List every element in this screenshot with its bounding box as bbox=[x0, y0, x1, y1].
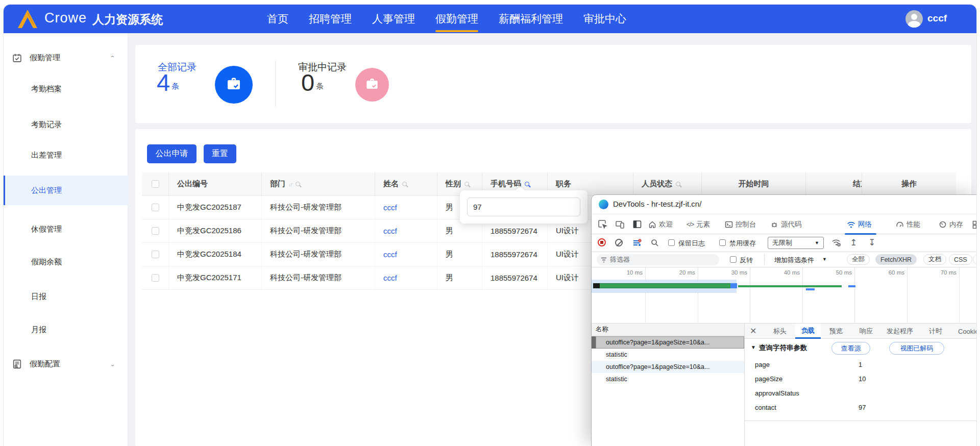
sidebar-item-daily-report[interactable]: 日报 bbox=[4, 286, 128, 307]
devtools-tab-welcome[interactable]: 欢迎 bbox=[648, 214, 673, 235]
divider bbox=[745, 420, 977, 421]
nav-item-recruit[interactable]: 招聘管理 bbox=[309, 5, 352, 33]
chevron-down-icon[interactable]: ⌃ bbox=[110, 361, 115, 367]
employee-link[interactable]: cccf bbox=[383, 274, 397, 282]
detail-tab-response[interactable]: 响应 bbox=[860, 324, 873, 339]
row-checkbox[interactable] bbox=[152, 204, 159, 211]
devtools-tab-console[interactable]: 控制台 bbox=[725, 214, 756, 235]
sidebar-item-leave-balance[interactable]: 假期余额 bbox=[4, 252, 128, 272]
add-filter-dropdown[interactable]: 增加筛选条件 bbox=[774, 256, 814, 265]
filter-input[interactable]: 筛选器 bbox=[597, 254, 719, 265]
phone-filter-popup bbox=[460, 190, 587, 224]
search-icon-active[interactable] bbox=[525, 182, 529, 186]
employee-link[interactable]: cccf bbox=[383, 250, 397, 259]
inspect-element-icon[interactable] bbox=[598, 219, 607, 229]
search-icon[interactable] bbox=[464, 182, 469, 186]
request-list-header[interactable]: 名称 bbox=[592, 324, 744, 336]
sidebar-item-leave[interactable]: 休假管理 bbox=[4, 219, 128, 239]
timeline-bar-blue-tip bbox=[730, 283, 737, 288]
clear-network-log-icon[interactable] bbox=[615, 239, 623, 246]
username[interactable]: cccf bbox=[927, 13, 947, 24]
nav-item-salary[interactable]: 薪酬福利管理 bbox=[499, 5, 563, 33]
network-conditions-icon[interactable] bbox=[632, 238, 642, 247]
memory-icon bbox=[939, 220, 947, 229]
filter-chip-css[interactable]: CSS bbox=[949, 254, 972, 265]
sidebar-item-monthly-report[interactable]: 月报 bbox=[4, 319, 128, 340]
dock-side-icon[interactable] bbox=[632, 219, 642, 229]
view-decoded-button[interactable]: 视图已解码 bbox=[889, 342, 944, 355]
outoffice-apply-button[interactable]: 公出申请 bbox=[147, 144, 197, 163]
devtools-titlebar[interactable]: DevTools - hr-test.zjf-it.cn/ bbox=[592, 195, 977, 214]
phone-filter-input[interactable] bbox=[467, 197, 580, 216]
employee-link[interactable]: cccf bbox=[383, 227, 397, 235]
export-har-icon[interactable]: ↧ bbox=[868, 237, 875, 248]
request-row[interactable]: statistic bbox=[592, 349, 744, 361]
devtools-tab-elements[interactable]: </> 元素 bbox=[687, 214, 710, 235]
sidebar-item-business-trip[interactable]: 出差管理 bbox=[4, 145, 128, 165]
sidebar-item-outoffice[interactable]: 公出管理 bbox=[4, 176, 128, 205]
detail-tab-preview[interactable]: 预览 bbox=[829, 324, 843, 339]
detail-tab-timing[interactable]: 计时 bbox=[929, 324, 942, 339]
chevron-up-icon[interactable]: ⌃ bbox=[110, 55, 115, 61]
search-network-icon[interactable] bbox=[651, 239, 659, 247]
sidebar-item-attendance-record[interactable]: 考勤记录 bbox=[4, 114, 128, 135]
devtools-tab-network[interactable]: 网络 bbox=[847, 214, 872, 235]
nav-item-hr[interactable]: 人事管理 bbox=[372, 5, 415, 33]
collapse-triangle-icon[interactable]: ▼ bbox=[751, 344, 756, 350]
param-key: page bbox=[755, 361, 770, 368]
gauge-icon bbox=[896, 220, 904, 229]
devtools-title: DevTools - hr-test.zjf-it.cn/ bbox=[613, 200, 701, 208]
search-icon[interactable] bbox=[296, 182, 300, 186]
filter-chip-doc[interactable]: 文档 bbox=[923, 254, 946, 265]
view-source-button[interactable]: 查看源 bbox=[831, 342, 870, 355]
dropdown-arrow-icon[interactable]: ▼ bbox=[822, 257, 827, 262]
import-har-icon[interactable]: ↥ bbox=[850, 237, 857, 248]
device-toolbar-icon[interactable] bbox=[615, 219, 625, 229]
user-avatar[interactable] bbox=[905, 10, 923, 28]
more-tabs-icon[interactable] bbox=[972, 220, 977, 229]
request-row[interactable]: statistic bbox=[592, 373, 744, 385]
param-key: pageSize bbox=[755, 375, 782, 383]
search-icon[interactable] bbox=[676, 182, 680, 186]
cell-phone: 18855972674 bbox=[482, 243, 548, 266]
cell-name: cccf bbox=[375, 266, 437, 290]
search-icon[interactable] bbox=[402, 182, 407, 186]
sort-icon[interactable]: ↓↑ bbox=[288, 181, 292, 187]
sidebar-group-config[interactable]: 假勤配置 ⌃ bbox=[4, 354, 128, 374]
reset-button[interactable]: 重置 bbox=[204, 144, 236, 163]
devtools-tab-performance[interactable]: 性能 bbox=[896, 214, 920, 235]
detail-tab-cookies[interactable]: Cookie bbox=[958, 324, 977, 339]
nav-item-home[interactable]: 首页 bbox=[267, 5, 288, 33]
detail-tab-initiator[interactable]: 发起程序 bbox=[887, 324, 913, 339]
detail-tab-payload[interactable]: 负载 bbox=[795, 324, 821, 339]
param-key: approvalStatus bbox=[755, 389, 799, 397]
network-settings-icon[interactable] bbox=[831, 238, 841, 247]
employee-link[interactable]: cccf bbox=[383, 203, 397, 212]
row-checkbox[interactable] bbox=[152, 227, 159, 235]
row-checkbox[interactable] bbox=[152, 274, 159, 282]
filter-chip-fetch-xhr[interactable]: Fetch/XHR bbox=[875, 254, 917, 265]
row-checkbox[interactable] bbox=[152, 251, 159, 258]
filter-chip-js[interactable]: JS bbox=[973, 254, 977, 265]
request-row-selected[interactable]: outoffice?page=1&pageSize=10&a... bbox=[592, 336, 744, 349]
request-row[interactable]: outoffice?page=1&pageSize=10&a... bbox=[592, 361, 744, 373]
select-all-checkbox[interactable] bbox=[152, 180, 159, 188]
preserve-log-checkbox[interactable] bbox=[668, 239, 675, 246]
close-panel-icon[interactable]: ✕ bbox=[750, 326, 756, 336]
nav-item-approval[interactable]: 审批中心 bbox=[583, 5, 626, 33]
detail-tab-headers[interactable]: 标头 bbox=[773, 324, 787, 339]
stats-card: 全部记录 4 条 审批中记录 0 条 bbox=[135, 45, 971, 123]
disable-cache-checkbox[interactable] bbox=[719, 239, 726, 246]
nav-item-attendance[interactable]: 假勤管理 bbox=[435, 5, 478, 33]
filter-chip-all[interactable]: 全部 bbox=[847, 254, 870, 265]
invert-checkbox[interactable] bbox=[730, 256, 737, 263]
devtools-tab-sources[interactable]: 源代码 bbox=[770, 214, 802, 235]
document-gear-icon bbox=[12, 359, 22, 369]
devtools-tab-memory[interactable]: 内存 bbox=[939, 214, 963, 235]
record-network-log-icon[interactable] bbox=[598, 238, 606, 246]
network-timeline[interactable]: 10 ms 20 ms 30 ms 40 ms 50 ms 60 ms 70 m… bbox=[592, 267, 977, 324]
throttling-select[interactable]: 无限制 ▼ bbox=[768, 237, 824, 249]
devtools-tab-bar: 欢迎 </> 元素 控制台 源代码 网络 性能 bbox=[592, 214, 977, 234]
sidebar-group-attendance[interactable]: 假勤管理 ⌃ bbox=[4, 47, 128, 68]
sidebar-item-attendance-archive[interactable]: 考勤档案 bbox=[4, 79, 128, 99]
